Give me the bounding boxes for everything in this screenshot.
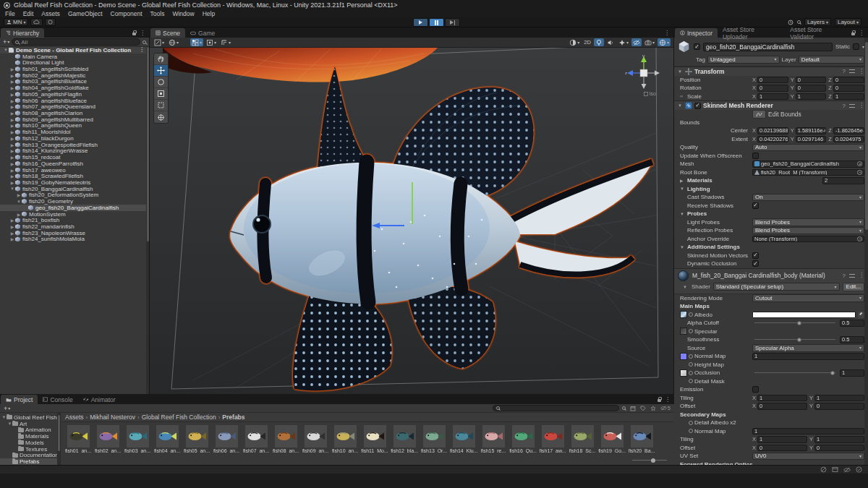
hierarchy-item[interactable]: ▶fish15_redcoat bbox=[0, 154, 149, 160]
tag-dropdown[interactable]: Untagged▾ bbox=[707, 56, 780, 64]
value-field[interactable]: 1 bbox=[757, 395, 807, 402]
breadcrumb-item[interactable]: Prefabs bbox=[222, 414, 244, 421]
foldout-arrow[interactable]: ▶ bbox=[9, 155, 15, 160]
menu-edit[interactable]: Edit bbox=[23, 10, 34, 17]
project-folder-item[interactable]: Documentation bbox=[0, 453, 60, 459]
static-checkbox[interactable] bbox=[853, 43, 859, 50]
edit-bounds-button[interactable] bbox=[752, 110, 766, 119]
hierarchy-item[interactable]: Main Camera bbox=[0, 53, 149, 60]
foldout-arrow[interactable]: ▶ bbox=[9, 129, 15, 134]
asset-tile[interactable]: fish10_an... bbox=[331, 425, 359, 465]
visibility-muted-icon[interactable] bbox=[843, 467, 851, 473]
search-save-icon[interactable] bbox=[142, 40, 146, 44]
transform-component-header[interactable]: ▼ Transform ?⋮ bbox=[674, 67, 868, 76]
hierarchy-item[interactable]: ▶MotionSystem bbox=[0, 211, 149, 218]
thumbnail-size-slider[interactable] bbox=[632, 458, 667, 463]
row-dropdown[interactable]: Cutout▾ bbox=[752, 294, 864, 302]
value-field[interactable]: 0 bbox=[757, 445, 807, 452]
texture-picker-icon[interactable] bbox=[689, 371, 693, 375]
create-asset-button[interactable]: +▾ bbox=[4, 405, 10, 412]
row-smoothness[interactable]: Smoothness0.5 bbox=[674, 335, 868, 344]
texture-picker-icon[interactable] bbox=[689, 354, 693, 359]
row-albedo[interactable]: Albedo bbox=[674, 311, 868, 320]
rotate-tool-button[interactable] bbox=[154, 77, 168, 88]
gameobject-name-field[interactable]: geo_fish20_BanggaiCardinalfish bbox=[703, 43, 833, 51]
value-field[interactable]: 1 bbox=[814, 436, 864, 443]
asset-tile[interactable]: fish09_an... bbox=[302, 425, 329, 465]
foldout-arrow[interactable]: ▶ bbox=[9, 92, 15, 97]
row-probes[interactable]: ▼Probes bbox=[674, 210, 868, 218]
kebab-menu-icon[interactable]: ⋮ bbox=[859, 30, 864, 36]
inspector-scrollbar[interactable] bbox=[864, 38, 868, 465]
row-checkbox[interactable]: ✓ bbox=[752, 260, 759, 267]
foldout-arrow[interactable]: ▶ bbox=[680, 178, 686, 183]
foldout-arrow[interactable]: ▶ bbox=[9, 98, 15, 103]
lock-icon[interactable] bbox=[132, 33, 136, 35]
object-field[interactable]: fish20_Root_M (Transform) bbox=[752, 169, 864, 176]
slider-track[interactable] bbox=[754, 372, 835, 373]
value-field[interactable]: 0 bbox=[796, 85, 827, 92]
tab-scene[interactable]: Scene bbox=[150, 28, 185, 38]
hierarchy-item[interactable]: ▶fish13_OrangespottedFilefish bbox=[0, 142, 149, 148]
foldout-arrow[interactable]: ▶ bbox=[9, 236, 15, 241]
value-field[interactable]: 0.02139688 bbox=[757, 127, 788, 134]
row-uv-set[interactable]: UV SetUV0▾ bbox=[674, 452, 868, 461]
hierarchy-item[interactable]: ▶fish02_angelfishMajestic bbox=[0, 72, 149, 79]
hierarchy-item[interactable]: ▶fish24_sunfishMolaMola bbox=[0, 236, 149, 243]
notifications-muted-icon[interactable] bbox=[820, 466, 827, 473]
hierarchy-item[interactable]: ▶fish21_boxfish bbox=[0, 217, 149, 223]
foldout-arrow[interactable]: ▼ bbox=[680, 187, 686, 191]
value-field[interactable]: 1 bbox=[833, 93, 864, 100]
slider-track[interactable] bbox=[754, 339, 835, 340]
row-dropdown[interactable]: Blend Probes▾ bbox=[752, 218, 864, 226]
asset-tile[interactable]: fish04_an... bbox=[153, 425, 181, 465]
row-bounds[interactable]: Bounds bbox=[674, 119, 868, 127]
scale-link-icon[interactable]: ∞ bbox=[680, 94, 686, 98]
scale-tool-button[interactable] bbox=[154, 88, 168, 100]
value-field[interactable]: 0.5 bbox=[840, 336, 864, 343]
hierarchy-item[interactable]: ▶fish10_angelfishQueen bbox=[0, 123, 149, 129]
asset-tile[interactable]: fish14_Klu... bbox=[450, 425, 477, 465]
texture-picker-icon[interactable] bbox=[689, 312, 693, 317]
row-dropdown[interactable]: Auto▾ bbox=[752, 144, 864, 152]
tab-game[interactable]: Game bbox=[185, 28, 220, 38]
presets-icon[interactable] bbox=[849, 69, 855, 74]
foldout-arrow[interactable]: ▶ bbox=[9, 174, 15, 179]
collab-icon[interactable] bbox=[832, 466, 838, 473]
search-icon[interactable] bbox=[797, 20, 801, 24]
breadcrumb-item[interactable]: Assets bbox=[65, 414, 84, 421]
row-tiling[interactable]: TilingX1Y1 bbox=[674, 394, 868, 403]
services-button[interactable] bbox=[45, 18, 56, 26]
hierarchy-item[interactable]: geo_fish20_BanggaiCardinalfish bbox=[0, 205, 149, 211]
tool-settings-button[interactable]: ▾ bbox=[153, 38, 166, 46]
value-field[interactable]: 0.04220276 bbox=[757, 136, 788, 143]
row-offset[interactable]: OffsetX0Y0 bbox=[674, 444, 868, 453]
hierarchy-item[interactable]: ▼fish20_BanggaiCardinalfish bbox=[0, 186, 149, 192]
foldout-arrow[interactable]: ▼ bbox=[7, 421, 12, 426]
asset-tile[interactable]: fish12_bla... bbox=[391, 425, 418, 465]
row-center[interactable]: CenterX0.02139688Y1.589116e-0Z-1.862645e… bbox=[674, 127, 868, 135]
cloud-button[interactable] bbox=[30, 18, 43, 26]
project-folder-item[interactable]: Materials bbox=[0, 433, 60, 440]
row-edit-bounds[interactable]: Edit Bounds bbox=[674, 110, 868, 119]
hierarchy-item[interactable]: ▶fish07_angelfishQueensland bbox=[0, 103, 149, 110]
slider-thumb[interactable] bbox=[797, 321, 801, 325]
asset-tile[interactable]: fish03_an... bbox=[124, 425, 151, 465]
help-icon[interactable]: ? bbox=[843, 103, 846, 109]
row-checkbox[interactable] bbox=[752, 153, 759, 159]
hierarchy-scrollbar[interactable] bbox=[146, 47, 149, 394]
object-field[interactable]: None (Transform) bbox=[752, 236, 864, 243]
foldout-arrow[interactable]: ▶ bbox=[9, 111, 15, 116]
hierarchy-item[interactable]: ▶fish18_ScrawledFilefish bbox=[0, 173, 149, 179]
texture-thumbnail[interactable] bbox=[680, 353, 687, 360]
kebab-menu-icon[interactable]: ⋮ bbox=[859, 273, 864, 278]
project-folder-item[interactable]: Animation bbox=[0, 427, 60, 434]
row-checkbox[interactable]: ✓ bbox=[752, 202, 759, 209]
row-detail-albedo-x2[interactable]: Detail Albedo x2 bbox=[674, 419, 868, 427]
foldout-arrow[interactable]: ▼ bbox=[683, 285, 689, 289]
foldout-arrow[interactable]: ▶ bbox=[9, 231, 15, 236]
shader-dropdown[interactable]: Standard (Specular setup)▾ bbox=[713, 283, 840, 291]
foldout-arrow[interactable]: ▶ bbox=[9, 79, 15, 84]
hierarchy-item[interactable]: ▶fish12_blackDurgon bbox=[0, 135, 149, 142]
row-alpha-cutoff[interactable]: Alpha Cutoff0.5 bbox=[674, 319, 868, 328]
